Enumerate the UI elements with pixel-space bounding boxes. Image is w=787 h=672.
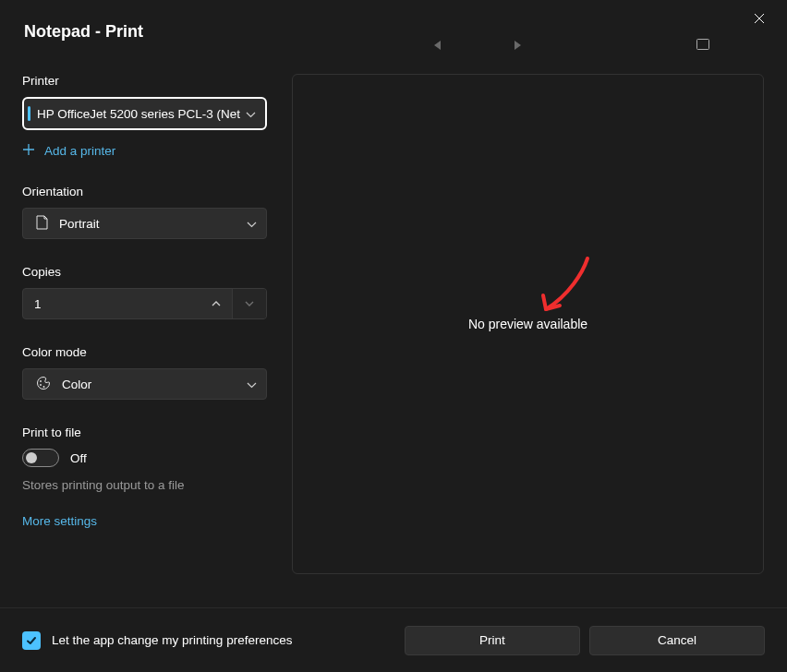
preferences-checkbox[interactable] — [22, 631, 41, 650]
more-settings-link[interactable]: More settings — [22, 514, 272, 528]
svg-point-3 — [43, 386, 45, 388]
close-icon — [754, 13, 765, 24]
add-printer-label: Add a printer — [44, 144, 115, 158]
copies-label: Copies — [22, 265, 272, 279]
copies-decrement-button[interactable] — [233, 289, 266, 318]
print-to-file-help: Stores printing output to a file — [22, 478, 272, 492]
check-icon — [26, 635, 37, 646]
preferences-checkbox-label: Let the app change my printing preferenc… — [52, 633, 405, 647]
cancel-button[interactable]: Cancel — [589, 626, 765, 655]
chevron-down-icon — [247, 217, 257, 231]
print-button[interactable]: Print — [405, 626, 580, 655]
close-button[interactable] — [750, 9, 769, 28]
preview-pane: No preview available — [292, 74, 764, 574]
add-printer-link[interactable]: Add a printer — [22, 143, 272, 159]
copies-value: 1 — [23, 297, 200, 311]
orientation-selected-value: Portrait — [59, 217, 241, 231]
print-to-file-toggle[interactable] — [22, 449, 59, 467]
preview-nav-controls — [434, 37, 709, 54]
chevron-down-icon — [246, 107, 256, 121]
portrait-icon — [36, 215, 48, 233]
copies-increment-button[interactable] — [200, 289, 233, 318]
fullscreen-icon[interactable] — [696, 37, 709, 54]
print-to-file-state: Off — [70, 451, 87, 465]
copies-stepper[interactable]: 1 — [22, 288, 267, 319]
dialog-footer: Let the app change my printing preferenc… — [0, 607, 787, 672]
plus-icon — [22, 143, 35, 159]
chevron-down-icon — [247, 378, 257, 391]
more-settings-label: More settings — [22, 514, 97, 528]
color-mode-label: Color mode — [22, 345, 272, 359]
svg-rect-0 — [697, 40, 709, 50]
color-mode-selected-value: Color — [62, 378, 241, 391]
orientation-dropdown[interactable]: Portrait — [22, 208, 267, 239]
palette-icon — [36, 376, 51, 393]
svg-point-2 — [40, 384, 42, 386]
dialog-title: Notepad - Print — [24, 22, 143, 42]
svg-point-1 — [40, 380, 42, 382]
color-mode-dropdown[interactable]: Color — [22, 368, 267, 400]
preview-message: No preview available — [468, 317, 587, 331]
orientation-label: Orientation — [22, 185, 272, 198]
next-page-icon[interactable] — [515, 41, 521, 50]
printer-label: Printer — [22, 74, 272, 88]
printer-selected-value: HP OfficeJet 5200 series PCL-3 (Net — [37, 107, 240, 121]
printer-dropdown[interactable]: HP OfficeJet 5200 series PCL-3 (Net — [22, 97, 267, 130]
print-to-file-label: Print to file — [22, 426, 272, 439]
prev-page-icon[interactable] — [434, 41, 441, 50]
